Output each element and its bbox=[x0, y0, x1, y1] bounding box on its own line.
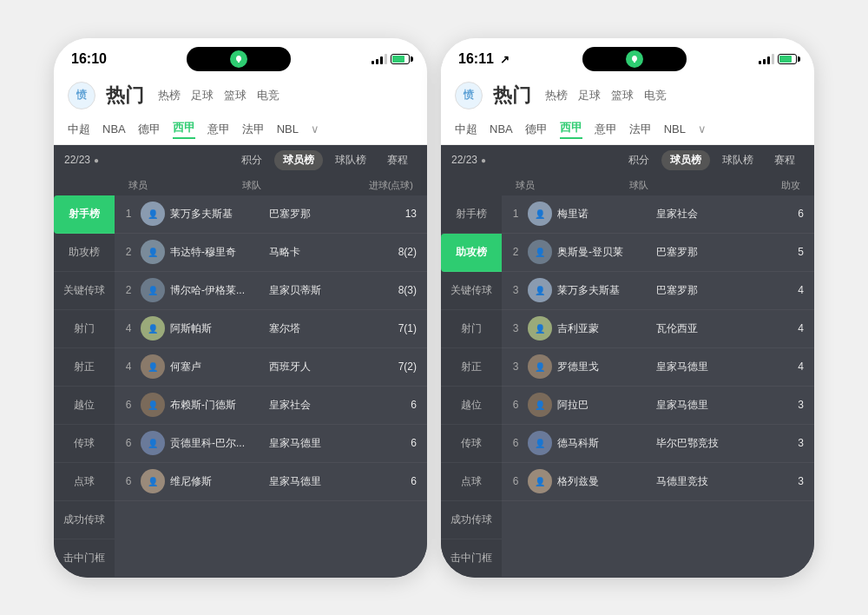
sidebar-assist[interactable]: 助攻榜 bbox=[54, 234, 115, 272]
top-nav-2: 愤 热门 热榜 足球 篮球 电竞 bbox=[441, 76, 814, 116]
app-logo-2 bbox=[626, 50, 643, 68]
nav-tabs-1: 热榜 足球 篮球 电竞 bbox=[158, 88, 279, 103]
sidebar-ontarget[interactable]: 射正 bbox=[54, 348, 115, 387]
status-center-1 bbox=[187, 47, 291, 71]
col-team-header-2: 球队 bbox=[629, 179, 743, 192]
subnav-fajia[interactable]: 法甲 bbox=[242, 122, 265, 137]
phone-1: 16:10 愤 热门 bbox=[54, 38, 427, 578]
sidebar2-succpass[interactable]: 成功传球 bbox=[441, 501, 502, 539]
table-row: 6 👤 阿拉巴 皇家马德里 3 bbox=[502, 387, 814, 425]
table-row: 3 👤 莱万多夫斯基 巴塞罗那 4 bbox=[502, 272, 814, 310]
sidebar-penalty[interactable]: 点球 bbox=[54, 463, 115, 501]
subnav2-fajia[interactable]: 法甲 bbox=[629, 122, 652, 137]
top-nav-1: 愤 热门 热榜 足球 篮球 电竞 bbox=[54, 76, 427, 116]
sidebar-offside[interactable]: 越位 bbox=[54, 387, 115, 425]
pill-team[interactable]: 球队榜 bbox=[326, 150, 375, 170]
subnav2-nbl[interactable]: NBL bbox=[664, 122, 686, 136]
subnav-yijia[interactable]: 意甲 bbox=[207, 122, 230, 137]
app-title-2: 热门 bbox=[493, 83, 531, 109]
subnav2-zhongchao[interactable]: 中超 bbox=[455, 122, 477, 137]
left-sidebar-1: 射手榜 助攻榜 关键传球 射门 射正 越位 传球 点球 成功传球 击中门框 bbox=[54, 195, 115, 578]
nav-tab2-esports[interactable]: 电竞 bbox=[644, 88, 667, 103]
phone-2: 16:11 ↗ 愤 bbox=[441, 38, 814, 578]
app-title-1: 热门 bbox=[106, 83, 144, 109]
nav-tab-esports[interactable]: 电竞 bbox=[257, 88, 279, 103]
sub-nav-2: 中超 NBA 德甲 西甲 意甲 法甲 NBL ∨ bbox=[441, 116, 814, 145]
pill-jifen[interactable]: 积分 bbox=[233, 150, 271, 170]
avatar: 👤 bbox=[528, 393, 552, 417]
nav-tabs-2: 热榜 足球 篮球 电竞 bbox=[545, 88, 667, 103]
sidebar2-shooter[interactable]: 射手榜 bbox=[441, 195, 502, 234]
status-icons-1 bbox=[372, 54, 410, 64]
col-player-header-1: 球员 bbox=[122, 179, 242, 192]
avatar: 👤 bbox=[141, 354, 165, 379]
pill2-player[interactable]: 球员榜 bbox=[661, 150, 710, 170]
subnav2-nba[interactable]: NBA bbox=[490, 122, 513, 136]
pill-player[interactable]: 球员榜 bbox=[274, 150, 323, 170]
pill-schedule[interactable]: 赛程 bbox=[378, 150, 417, 170]
avatar: 👤 bbox=[141, 316, 165, 341]
pill2-team[interactable]: 球队榜 bbox=[713, 150, 762, 170]
table-row: 4 👤 何塞卢 西班牙人 7(2) bbox=[115, 348, 427, 387]
col-val-header-1: 进球(点球) bbox=[356, 179, 420, 192]
nav-tab2-basketball[interactable]: 篮球 bbox=[611, 88, 634, 103]
table-row: 2 👤 韦达特-穆里奇 马略卡 8(2) bbox=[115, 234, 427, 272]
nav-tab2-football[interactable]: 足球 bbox=[578, 88, 601, 103]
tab-pills-1: 积分 球员榜 球队榜 赛程 bbox=[233, 150, 417, 170]
table-row: 2 👤 博尔哈-伊格莱... 皇家贝蒂斯 8(3) bbox=[115, 272, 427, 310]
sidebar-succpass[interactable]: 成功传球 bbox=[54, 501, 115, 539]
avatar-1[interactable]: 愤 bbox=[68, 82, 95, 109]
sidebar-shooter[interactable]: 射手榜 bbox=[54, 195, 115, 234]
subnav2-xijia[interactable]: 西甲 bbox=[560, 120, 582, 139]
stats-header-1: 球员 球队 进球(点球) bbox=[54, 175, 427, 195]
sidebar2-assist[interactable]: 助攻榜 bbox=[441, 234, 502, 272]
sub-nav-1: 中超 NBA 德甲 西甲 意甲 法甲 NBL ∨ bbox=[54, 116, 427, 145]
subnav-zhongchao[interactable]: 中超 bbox=[68, 122, 90, 137]
nav-tab-football[interactable]: 足球 bbox=[191, 88, 214, 103]
sidebar2-keypass[interactable]: 关键传球 bbox=[441, 272, 502, 310]
sidebar2-penalty[interactable]: 点球 bbox=[441, 463, 502, 501]
subnav-nbl[interactable]: NBL bbox=[277, 122, 299, 136]
table-row: 3 👤 吉利亚蒙 瓦伦西亚 4 bbox=[502, 310, 814, 348]
stats-body-2: 射手榜 助攻榜 关键传球 射门 射正 越位 传球 点球 成功传球 击中门框 1 … bbox=[441, 195, 814, 578]
subnav-xijia[interactable]: 西甲 bbox=[173, 120, 195, 139]
subnav-nba[interactable]: NBA bbox=[102, 122, 126, 136]
sidebar2-pass[interactable]: 传球 bbox=[441, 425, 502, 463]
status-center-2 bbox=[582, 47, 687, 71]
signal-icon-2 bbox=[759, 54, 774, 64]
stats-body-1: 射手榜 助攻榜 关键传球 射门 射正 越位 传球 点球 成功传球 击中门框 1 … bbox=[54, 195, 427, 578]
sidebar-hitpost[interactable]: 击中门框 bbox=[54, 539, 115, 578]
subnav-dejia[interactable]: 德甲 bbox=[138, 122, 161, 137]
table-row: 1 👤 莱万多夫斯基 巴塞罗那 13 bbox=[115, 195, 427, 234]
subnav2-more[interactable]: ∨ bbox=[698, 122, 707, 136]
subnav2-dejia[interactable]: 德甲 bbox=[525, 122, 548, 137]
season-row-1: 22/23 ● 积分 球员榜 球队榜 赛程 bbox=[54, 145, 427, 175]
sidebar-keypass[interactable]: 关键传球 bbox=[54, 272, 115, 310]
avatar-2[interactable]: 愤 bbox=[455, 82, 483, 109]
sidebar-pass[interactable]: 传球 bbox=[54, 425, 115, 463]
sidebar-shots[interactable]: 射门 bbox=[54, 310, 115, 348]
battery-icon-1 bbox=[391, 54, 410, 64]
data-rows-2: 1 👤 梅里诺 皇家社会 6 2 👤 奥斯曼-登贝莱 巴塞罗那 5 bbox=[502, 195, 814, 578]
pill2-jifen[interactable]: 积分 bbox=[620, 150, 658, 170]
nav-tab-basketball[interactable]: 篮球 bbox=[224, 88, 247, 103]
pill2-schedule[interactable]: 赛程 bbox=[766, 150, 804, 170]
avatar: 👤 bbox=[528, 202, 552, 226]
content-2: 22/23 ● 积分 球员榜 球队榜 赛程 球员 球队 助攻 bbox=[441, 145, 814, 578]
col-val-header-2: 助攻 bbox=[743, 179, 807, 192]
subnav2-yijia[interactable]: 意甲 bbox=[595, 122, 617, 137]
sidebar2-hitpost[interactable]: 击中门框 bbox=[441, 539, 502, 578]
avatar: 👤 bbox=[141, 278, 165, 302]
app-logo-1 bbox=[230, 50, 247, 68]
sidebar2-shots[interactable]: 射门 bbox=[441, 310, 502, 348]
nav-tab2-rerank[interactable]: 热榜 bbox=[545, 88, 568, 103]
subnav-more[interactable]: ∨ bbox=[311, 122, 319, 136]
avatar: 👤 bbox=[528, 469, 552, 493]
sidebar2-ontarget[interactable]: 射正 bbox=[441, 348, 502, 387]
sidebar2-offside[interactable]: 越位 bbox=[441, 387, 502, 425]
avatar: 👤 bbox=[528, 278, 552, 302]
avatar: 👤 bbox=[528, 431, 552, 455]
table-row: 3 👤 罗德里戈 皇家马德里 4 bbox=[502, 348, 814, 387]
table-row: 6 👤 维尼修斯 皇家马德里 6 bbox=[115, 463, 427, 501]
nav-tab-rerank[interactable]: 热榜 bbox=[158, 88, 181, 103]
